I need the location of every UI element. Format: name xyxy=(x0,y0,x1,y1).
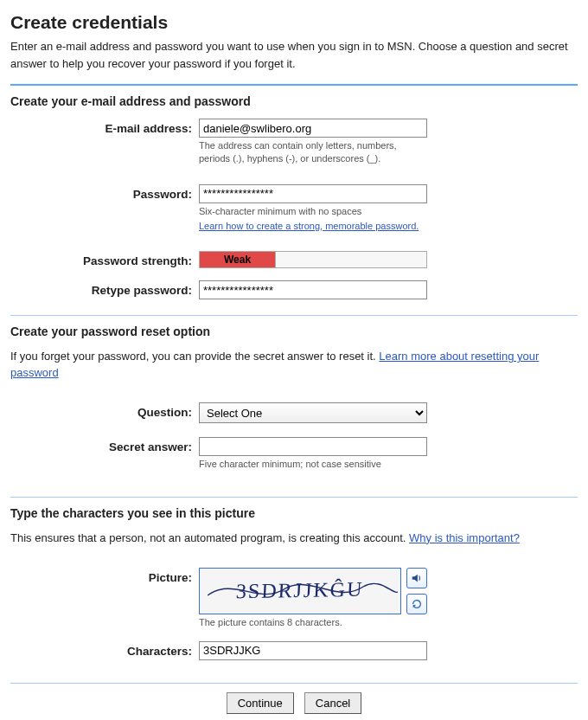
divider xyxy=(10,315,578,316)
cancel-button[interactable]: Cancel xyxy=(304,692,361,714)
email-field[interactable] xyxy=(199,119,427,138)
password-strength-label: Password strength: xyxy=(10,251,199,267)
password-strength-value: Weak xyxy=(200,252,276,267)
page-title: Create credentials xyxy=(10,12,578,33)
password-strength-link[interactable]: Learn how to create a strong, memorable … xyxy=(199,221,419,231)
question-label: Question: xyxy=(10,402,199,419)
section-reset-desc: If you forget your password, you can pro… xyxy=(10,349,578,382)
characters-label: Characters: xyxy=(10,641,199,658)
section-email-password-heading: Create your e-mail address and password xyxy=(10,94,578,108)
secret-answer-label: Secret answer: xyxy=(10,437,199,453)
characters-field[interactable] xyxy=(199,641,427,660)
picture-hint: The picture contains 8 characters. xyxy=(199,616,427,629)
refresh-icon xyxy=(411,598,423,610)
section-captcha-heading: Type the characters you see in this pict… xyxy=(10,506,578,520)
captcha-why-link[interactable]: Why is this important? xyxy=(409,531,520,544)
divider xyxy=(10,497,578,498)
speaker-icon xyxy=(411,572,423,584)
password-hint: Six-character minimum with no spaces xyxy=(199,205,427,218)
email-hint: The address can contain only letters, nu… xyxy=(199,139,427,165)
divider xyxy=(10,683,578,684)
secret-answer-field[interactable] xyxy=(199,437,427,456)
password-label: Password: xyxy=(10,184,199,201)
divider xyxy=(10,84,578,86)
secret-answer-hint: Five character minimum; not case sensiti… xyxy=(199,458,427,471)
password-field[interactable] xyxy=(199,184,427,203)
password-strength-meter: Weak xyxy=(199,251,427,268)
captcha-image: 3SDRJJKĜU xyxy=(199,568,401,614)
email-label: E-mail address: xyxy=(10,119,199,135)
picture-label: Picture: xyxy=(10,568,199,584)
retype-password-field[interactable] xyxy=(199,280,427,299)
continue-button[interactable]: Continue xyxy=(227,692,294,714)
retype-password-label: Retype password: xyxy=(10,280,199,297)
question-select[interactable]: Select One xyxy=(199,402,427,423)
captcha-audio-button[interactable] xyxy=(406,568,427,588)
section-reset-heading: Create your password reset option xyxy=(10,325,578,338)
section-captcha-desc: This ensures that a person, not an autom… xyxy=(10,530,578,547)
page-intro: Enter an e-mail address and password you… xyxy=(10,38,578,72)
captcha-refresh-button[interactable] xyxy=(406,594,427,614)
